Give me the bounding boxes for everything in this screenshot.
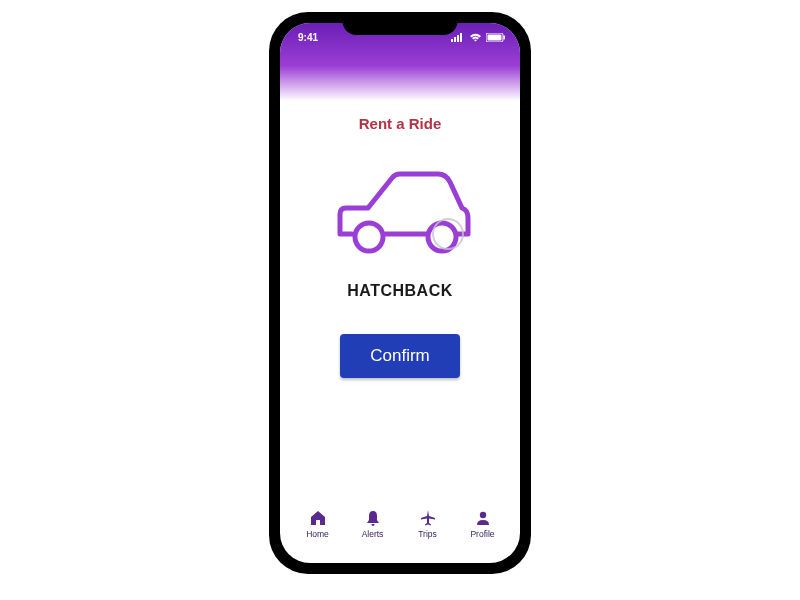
- svg-rect-1: [454, 37, 456, 42]
- nav-alerts[interactable]: Alerts: [348, 509, 398, 539]
- page-title: Rent a Ride: [359, 115, 442, 132]
- nav-profile-label: Profile: [470, 529, 494, 539]
- signal-icon: [451, 33, 465, 42]
- status-icons: [451, 33, 506, 42]
- svg-point-9: [479, 512, 485, 518]
- wifi-icon: [469, 33, 482, 42]
- nav-home-label: Home: [306, 529, 329, 539]
- bottom-nav: Home Alerts Trips Profile: [280, 493, 520, 563]
- airplane-icon: [419, 509, 437, 527]
- svg-rect-6: [504, 35, 506, 39]
- nav-trips-label: Trips: [418, 529, 437, 539]
- vehicle-type-label: HATCHBACK: [347, 282, 453, 300]
- status-time: 9:41: [298, 32, 318, 43]
- nav-profile[interactable]: Profile: [458, 509, 508, 539]
- svg-rect-3: [460, 33, 462, 42]
- svg-rect-5: [488, 34, 502, 40]
- nav-alerts-label: Alerts: [362, 529, 384, 539]
- svg-rect-0: [451, 39, 453, 42]
- main-content: Rent a Ride HATCHBACK Confirm: [280, 101, 520, 493]
- nav-home[interactable]: Home: [293, 509, 343, 539]
- confirm-button[interactable]: Confirm: [340, 334, 460, 378]
- vehicle-illustration[interactable]: [320, 162, 480, 266]
- home-icon: [309, 509, 327, 527]
- app-screen: 9:41 Rent a Ride HATCHBACK Confirm: [280, 23, 520, 563]
- svg-rect-2: [457, 35, 459, 42]
- profile-icon: [474, 509, 492, 527]
- svg-point-7: [355, 223, 383, 251]
- phone-notch: [343, 13, 458, 35]
- battery-icon: [486, 33, 506, 42]
- touch-ripple-indicator: [432, 218, 464, 250]
- phone-frame: 9:41 Rent a Ride HATCHBACK Confirm: [270, 13, 530, 573]
- bell-icon: [364, 509, 382, 527]
- nav-trips[interactable]: Trips: [403, 509, 453, 539]
